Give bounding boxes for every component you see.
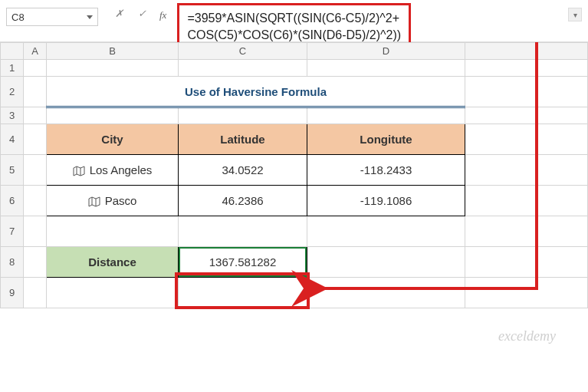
cell-D6[interactable]: -119.1086 <box>307 186 465 216</box>
cell-B1[interactable] <box>47 60 179 77</box>
cell-E6[interactable] <box>465 186 588 216</box>
header-latitude[interactable]: Latitude <box>179 124 307 155</box>
col-header-blank[interactable] <box>465 43 588 60</box>
cell-E7[interactable] <box>465 216 588 247</box>
cell-E2[interactable] <box>465 77 588 107</box>
col-header-A[interactable]: A <box>24 43 47 60</box>
cell-A6[interactable] <box>24 186 47 216</box>
row-header-1[interactable]: 1 <box>1 60 24 77</box>
cell-D5[interactable]: -118.2433 <box>307 155 465 186</box>
cell-E9[interactable] <box>465 278 588 308</box>
row-header-3[interactable]: 3 <box>1 107 24 124</box>
cell-C6[interactable]: 46.2386 <box>179 186 307 216</box>
formula-buttons: ✗ ✓ <box>112 8 149 20</box>
spreadsheet-grid[interactable]: A B C D 1 2 Use of Haversine Formula 3 <box>0 42 588 308</box>
cell-A8[interactable] <box>24 247 47 278</box>
cell-A3[interactable] <box>24 107 47 124</box>
distance-label[interactable]: Distance <box>47 247 179 278</box>
cell-E5[interactable] <box>465 155 588 186</box>
row-header-7[interactable]: 7 <box>1 216 24 247</box>
cell-B5[interactable]: Los Angeles <box>47 155 179 186</box>
cell-A1[interactable] <box>24 60 47 77</box>
row-header-9[interactable]: 9 <box>1 278 24 308</box>
row-header-4[interactable]: 4 <box>1 124 24 155</box>
formula-line-1: =3959*ASIN(SQRT((SIN(C6-C5)/2)^2+ <box>187 10 401 27</box>
cell-A9[interactable] <box>24 278 47 308</box>
formula-line-2: COS(C5)*COS(C6)*(SIN(D6-D5)/2)^2)) <box>187 27 401 44</box>
map-icon <box>73 166 85 176</box>
cell-D8[interactable] <box>307 247 465 278</box>
cell-C5[interactable]: 34.0522 <box>179 155 307 186</box>
col-header-B[interactable]: B <box>47 43 179 60</box>
cell-A7[interactable] <box>24 216 47 247</box>
cell-B7[interactable] <box>47 216 179 247</box>
cell-B6[interactable]: Pasco <box>47 186 179 216</box>
cell-A4[interactable] <box>24 124 47 155</box>
header-longitude[interactable]: Longitute <box>307 124 465 155</box>
cell-A2[interactable] <box>24 77 47 107</box>
watermark: exceldemy <box>498 328 556 344</box>
header-city[interactable]: City <box>47 124 179 155</box>
cancel-icon[interactable]: ✗ <box>112 8 126 20</box>
cell-B3[interactable] <box>47 107 179 124</box>
name-box[interactable]: C8 <box>6 8 98 26</box>
select-all-corner[interactable] <box>1 43 24 60</box>
name-box-value: C8 <box>11 12 87 23</box>
row-header-2[interactable]: 2 <box>1 77 24 107</box>
cell-E8[interactable] <box>465 247 588 278</box>
distance-value-cell[interactable]: 1367.581282 <box>179 247 307 278</box>
formula-expand-icon[interactable]: ▾ <box>568 8 582 21</box>
city-1: Pasco <box>105 194 137 207</box>
cell-C9[interactable] <box>179 278 307 308</box>
cell-E1[interactable] <box>465 60 588 77</box>
cell-C3[interactable] <box>179 107 307 124</box>
cell-B9[interactable] <box>47 278 179 308</box>
formula-bar-row: C8 ✗ ✓ fx =3959*ASIN(SQRT((SIN(C6-C5)/2)… <box>0 0 588 38</box>
cell-A5[interactable] <box>24 155 47 186</box>
cell-C7[interactable] <box>179 216 307 247</box>
cell-E4[interactable] <box>465 124 588 155</box>
cell-D1[interactable] <box>307 60 465 77</box>
cell-D7[interactable] <box>307 216 465 247</box>
map-icon <box>88 196 100 207</box>
title-cell[interactable]: Use of Haversine Formula <box>47 77 465 107</box>
chevron-down-icon[interactable] <box>87 15 93 19</box>
city-0: Los Angeles <box>90 163 153 176</box>
row-header-6[interactable]: 6 <box>1 186 24 216</box>
distance-value: 1367.581282 <box>209 255 277 268</box>
cell-D9[interactable] <box>307 278 465 308</box>
cell-C1[interactable] <box>179 60 307 77</box>
cell-E3[interactable] <box>465 107 588 124</box>
row-header-5[interactable]: 5 <box>1 155 24 186</box>
col-header-C[interactable]: C <box>179 43 307 60</box>
cell-D3[interactable] <box>307 107 465 124</box>
col-header-D[interactable]: D <box>307 43 465 60</box>
fx-icon[interactable]: fx <box>159 9 166 21</box>
row-header-8[interactable]: 8 <box>1 247 24 278</box>
accept-icon[interactable]: ✓ <box>135 8 149 20</box>
